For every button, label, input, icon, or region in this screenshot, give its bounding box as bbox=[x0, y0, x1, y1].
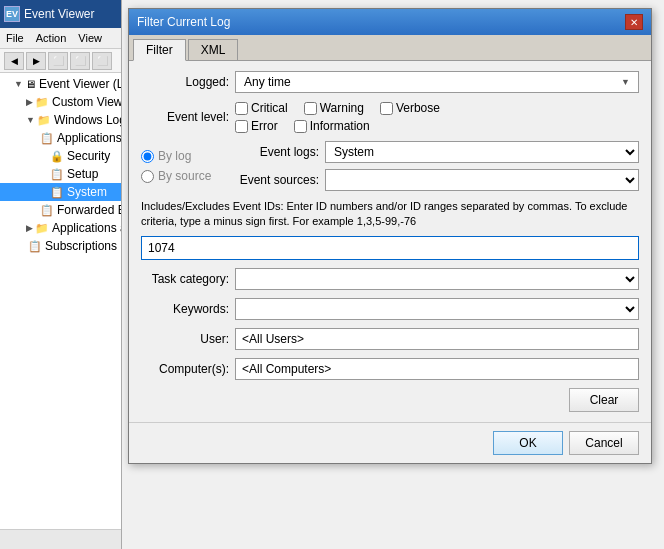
menu-bar: File Action View bbox=[0, 28, 121, 49]
warning-checkbox[interactable] bbox=[304, 102, 317, 115]
tree-subscriptions[interactable]: 📋 Subscriptions bbox=[0, 237, 121, 255]
tree-apps-services[interactable]: ▶ 📁 Applications a... bbox=[0, 219, 121, 237]
tree-security[interactable]: 🔒 Security bbox=[0, 147, 121, 165]
warning-checkbox-item: Warning bbox=[304, 101, 364, 115]
tree-forwarded[interactable]: 📋 Forwarded E... bbox=[0, 201, 121, 219]
logged-value: Any time bbox=[244, 75, 291, 89]
task-category-row: Task category: bbox=[141, 268, 639, 290]
by-source-label: By source bbox=[158, 169, 211, 183]
radio-group: By log By source bbox=[141, 149, 223, 183]
critical-checkbox[interactable] bbox=[235, 102, 248, 115]
event-sources-label: Event sources: bbox=[229, 173, 319, 187]
expand-icon2: ▶ bbox=[26, 97, 33, 107]
tree-apps-services-label: Applications a... bbox=[52, 221, 121, 235]
subscriptions-icon: 📋 bbox=[28, 240, 42, 253]
tree-windows-logs[interactable]: ▼ 📁 Windows Logs bbox=[0, 111, 121, 129]
information-checkbox-item: Information bbox=[294, 119, 370, 133]
menu-action[interactable]: Action bbox=[30, 30, 73, 46]
toolbar-back[interactable]: ◀ bbox=[4, 52, 24, 70]
verbose-label: Verbose bbox=[396, 101, 440, 115]
app-title: Event Viewer bbox=[24, 7, 94, 21]
cancel-button[interactable]: Cancel bbox=[569, 431, 639, 455]
verbose-checkbox[interactable] bbox=[380, 102, 393, 115]
tree-setup-label: Setup bbox=[67, 167, 98, 181]
log-source-row: By log By source Event logs: System bbox=[141, 141, 639, 191]
task-category-label: Task category: bbox=[141, 272, 229, 286]
hint-text: Includes/Excludes Event IDs: Enter ID nu… bbox=[141, 199, 639, 230]
apps-services-icon: 📁 bbox=[35, 222, 49, 235]
warning-label: Warning bbox=[320, 101, 364, 115]
dialog-tabs: Filter XML bbox=[129, 35, 651, 61]
event-level-row: Event level: Critical Warning bbox=[141, 101, 639, 133]
verbose-checkbox-item: Verbose bbox=[380, 101, 440, 115]
logged-label: Logged: bbox=[141, 75, 229, 89]
toolbar-btn5[interactable]: ⬜ bbox=[92, 52, 112, 70]
task-category-select-wrapper bbox=[235, 268, 639, 290]
by-log-label: By log bbox=[158, 149, 191, 163]
event-id-input[interactable] bbox=[141, 236, 639, 260]
expand-icon: ▼ bbox=[14, 79, 23, 89]
task-category-select[interactable] bbox=[235, 268, 639, 290]
computer-input[interactable] bbox=[235, 358, 639, 380]
security-icon: 🔒 bbox=[50, 150, 64, 163]
dialog-footer: OK Cancel bbox=[129, 422, 651, 463]
forwarded-icon: 📋 bbox=[40, 204, 54, 217]
custom-views-icon: 📁 bbox=[35, 96, 49, 109]
event-logs-label: Event logs: bbox=[229, 145, 319, 159]
ok-button[interactable]: OK bbox=[493, 431, 563, 455]
tab-filter[interactable]: Filter bbox=[133, 39, 186, 61]
error-checkbox-item: Error bbox=[235, 119, 278, 133]
by-log-radio[interactable] bbox=[141, 150, 154, 163]
toolbar-forward[interactable]: ▶ bbox=[26, 52, 46, 70]
dialog-title-bar: Filter Current Log ✕ bbox=[129, 9, 651, 35]
menu-file[interactable]: File bbox=[0, 30, 30, 46]
tree-applications[interactable]: 📋 Applications bbox=[0, 129, 121, 147]
logged-select[interactable]: Any time ▼ bbox=[235, 71, 639, 93]
menu-view[interactable]: View bbox=[72, 30, 108, 46]
tree-subscriptions-label: Subscriptions bbox=[45, 239, 117, 253]
toolbar-btn4[interactable]: ⬜ bbox=[70, 52, 90, 70]
tree-security-label: Security bbox=[67, 149, 110, 163]
dialog-title-text: Filter Current Log bbox=[137, 15, 230, 29]
information-checkbox[interactable] bbox=[294, 120, 307, 133]
expand-icon3: ▼ bbox=[26, 115, 35, 125]
keywords-select[interactable] bbox=[235, 298, 639, 320]
ev-icon: 🖥 bbox=[25, 78, 36, 90]
tree-system[interactable]: 📋 System bbox=[0, 183, 121, 201]
keywords-select-wrapper bbox=[235, 298, 639, 320]
dialog-body: Logged: Any time ▼ Event level: Critical bbox=[129, 61, 651, 422]
by-log-radio-item: By log bbox=[141, 149, 223, 163]
keywords-label: Keywords: bbox=[141, 302, 229, 316]
setup-icon: 📋 bbox=[50, 168, 64, 181]
toolbar: ◀ ▶ ⬜ ⬜ ⬜ bbox=[0, 49, 121, 73]
event-level-label: Event level: bbox=[141, 110, 229, 124]
clear-button[interactable]: Clear bbox=[569, 388, 639, 412]
filter-dialog: Filter Current Log ✕ Filter XML Logged: … bbox=[128, 8, 652, 464]
tree-setup[interactable]: 📋 Setup bbox=[0, 165, 121, 183]
app-icon: EV bbox=[4, 6, 20, 22]
app-title-bar: EV Event Viewer bbox=[0, 0, 121, 28]
tab-xml[interactable]: XML bbox=[188, 39, 239, 60]
event-logs-select[interactable]: System bbox=[325, 141, 639, 163]
windows-logs-icon: 📁 bbox=[37, 114, 51, 127]
by-source-radio[interactable] bbox=[141, 170, 154, 183]
computer-row: Computer(s): bbox=[141, 358, 639, 380]
tree-custom-views[interactable]: ▶ 📁 Custom Views bbox=[0, 93, 121, 111]
user-input[interactable] bbox=[235, 328, 639, 350]
applications-icon: 📋 bbox=[40, 132, 54, 145]
critical-checkbox-item: Critical bbox=[235, 101, 288, 115]
keywords-row: Keywords: bbox=[141, 298, 639, 320]
information-label: Information bbox=[310, 119, 370, 133]
dialog-close-button[interactable]: ✕ bbox=[625, 14, 643, 30]
error-checkbox[interactable] bbox=[235, 120, 248, 133]
toolbar-btn3[interactable]: ⬜ bbox=[48, 52, 68, 70]
tree-forwarded-label: Forwarded E... bbox=[57, 203, 121, 217]
dialog-overlay: Filter Current Log ✕ Filter XML Logged: … bbox=[122, 0, 664, 549]
tree-custom-views-label: Custom Views bbox=[52, 95, 121, 109]
tree-root-label: Event Viewer (Loc... bbox=[39, 77, 121, 91]
status-bar bbox=[0, 529, 121, 549]
critical-label: Critical bbox=[251, 101, 288, 115]
user-label: User: bbox=[141, 332, 229, 346]
tree-root[interactable]: ▼ 🖥 Event Viewer (Loc... bbox=[0, 75, 121, 93]
event-sources-select[interactable] bbox=[325, 169, 639, 191]
